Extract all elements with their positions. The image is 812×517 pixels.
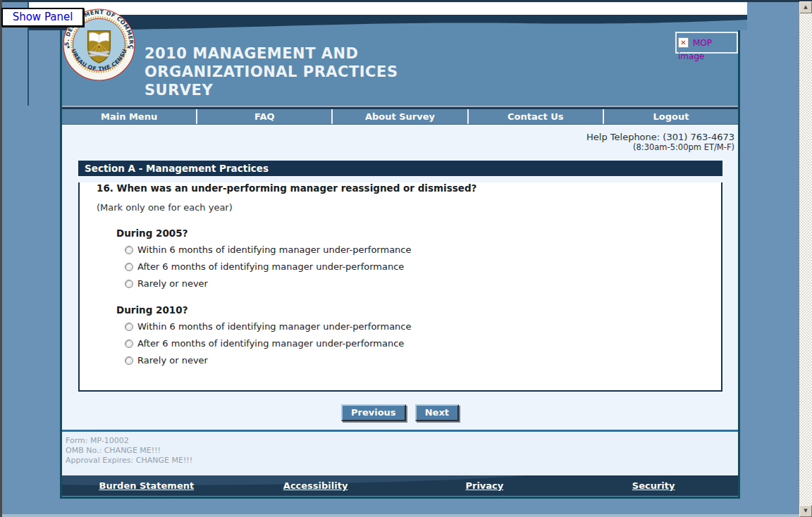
page-title-line1: 2010 MANAGEMENT AND [144,44,398,63]
masthead: 2010 MANAGEMENT AND ORGANIZATIONAL PRACT… [62,30,738,106]
next-button[interactable]: Next [415,404,459,421]
radio-label: After 6 months of identifying manager un… [137,261,404,272]
radio-label: Rarely or never [137,278,208,289]
section-header: Section A - Management Practices [78,161,722,176]
radio-row: Rarely or never [125,354,721,366]
radio-2010-within-6-months[interactable] [125,323,133,331]
nav-item-main-menu[interactable]: Main Menu [62,109,197,124]
radio-2005-within-6-months[interactable] [125,246,133,254]
footer-approval-expires: Approval Expires: CHANGE ME!!! [66,456,738,466]
footer-cell: Privacy [400,475,570,496]
radio-2005-after-6-months[interactable] [125,263,133,271]
radio-2010-after-6-months[interactable] [125,340,133,348]
section-body: 16. When was an under-performing manager… [78,182,722,392]
page-title-line2: ORGANIZATIONAL PRACTICES [144,63,398,81]
radio-label: Within 6 months of identifying manager u… [137,244,412,255]
help-telephone-hours: (8:30am-5:00pm ET/M-F) [62,142,734,152]
radio-row: Rarely or never [125,278,721,289]
group-label-2005: During 2005? [116,228,721,239]
question-text: 16. When was an under-performing manager… [97,182,721,194]
burden-statement-link[interactable]: Burden Statement [99,480,195,491]
main-content-frame: 2010 MANAGEMENT AND ORGANIZATIONAL PRACT… [60,30,740,499]
radio-row: Within 6 months of identifying manager u… [125,244,721,256]
group-label-2010: During 2010? [116,304,721,316]
scrollbar-up-arrow-icon[interactable]: ▲ [799,1,812,13]
footer-info: Form: MP-10002 OMB No.: CHANGE ME!!! App… [62,432,738,475]
previous-button[interactable]: Previous [341,404,406,421]
radio-label: Within 6 months of identifying manager u… [137,321,412,332]
header-band [29,2,747,30]
page-title-line3: SURVEY [144,81,398,99]
window-left-border [0,0,2,517]
radio-row: After 6 months of identifying manager un… [125,337,721,349]
privacy-link[interactable]: Privacy [465,480,503,491]
page-title: 2010 MANAGEMENT AND ORGANIZATIONAL PRACT… [144,44,398,99]
main-nav: Main Menu FAQ About Survey Contact Us Lo… [62,109,738,125]
seal-star-right: ★ [126,44,130,50]
page-body: Help Telephone: (301) 763-4673 (8:30am-5… [62,125,738,430]
radio-label: Rarely or never [137,355,208,366]
broken-image-icon: ✕ [678,37,689,48]
footer-omb-number: OMB No.: CHANGE ME!!! [66,446,738,456]
window-bottom-edge [2,514,799,517]
footer-cell: Burden Statement [62,475,231,496]
vertical-scrollbar[interactable]: ▲ ▼ [799,1,812,517]
button-row: Previous Next [62,404,738,421]
nav-item-about-survey[interactable]: About Survey [333,109,468,124]
security-link[interactable]: Security [632,480,675,491]
seal-star-left: ★ [66,44,70,50]
broken-image-placeholder: ✕MOP image [675,32,738,54]
radio-label: After 6 months of identifying manager un… [137,338,404,349]
nav-item-contact-us[interactable]: Contact Us [469,109,604,124]
footer-cell: Accessibility [231,475,400,496]
radio-row: After 6 months of identifying manager un… [125,261,721,273]
show-panel-button[interactable]: Show Panel [1,8,84,27]
question-instruction: (Mark only one for each year) [97,202,721,213]
help-telephone-number: Help Telephone: (301) 763-4673 [62,132,734,142]
radio-2005-rarely-never[interactable] [125,280,133,288]
footer-nav: Burden Statement Accessibility Privacy S… [62,475,738,496]
accessibility-link[interactable]: Accessibility [283,480,348,491]
radio-row: Within 6 months of identifying manager u… [125,320,721,332]
scrollbar-track[interactable] [799,13,812,505]
scrollbar-down-arrow-icon[interactable]: ▼ [799,505,812,517]
nav-item-faq[interactable]: FAQ [197,109,333,124]
radio-2010-rarely-never[interactable] [125,356,133,365]
footer-cell: Security [569,475,738,496]
help-telephone: Help Telephone: (301) 763-4673 (8:30am-5… [62,125,738,152]
footer-form-number: Form: MP-10002 [66,436,738,446]
nav-item-logout[interactable]: Logout [604,109,738,124]
section-box: Section A - Management Practices 16. Whe… [78,161,722,392]
